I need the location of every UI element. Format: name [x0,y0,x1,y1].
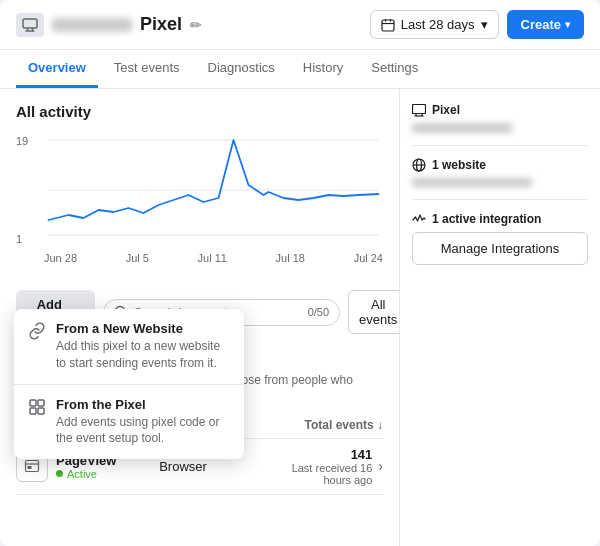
event-connection: Browser [159,459,262,474]
tabs-nav: Overview Test events Diagnostics History… [0,50,600,89]
globe-icon [412,158,426,172]
website-section: 1 website [412,158,588,187]
create-chevron: ▾ [565,19,570,30]
tab-settings[interactable]: Settings [359,50,430,88]
add-events-dropdown: From a New Website Add this pixel to a n… [14,309,244,459]
svg-rect-15 [30,408,36,414]
pixel-icon [28,398,46,420]
chart-y-labels: 19 1 [16,135,28,245]
chart-svg [44,130,383,248]
item1-title: From a New Website [56,321,230,336]
date-range-chevron: ▾ [481,17,488,32]
website-url-blurred [412,178,532,187]
date-range-label: Last 28 days [401,17,475,32]
website-row: 1 website [412,158,588,172]
create-label: Create [521,17,561,32]
x-label-0: Jun 28 [44,252,77,264]
pixel-info-section: Pixel [412,103,588,133]
header-left: Pixel ✏ [16,13,202,37]
header-right: Last 28 days ▾ Create ▾ [370,10,584,39]
activity-icon [412,212,426,226]
item2-title: From the Pixel [56,397,230,412]
svg-rect-13 [30,400,36,406]
y-max: 19 [16,135,28,147]
website-count: 1 website [432,158,486,172]
event-last-received: Last received 16 hours ago [262,462,372,486]
monitor-small-icon [412,104,426,117]
dropdown-item-new-website[interactable]: From a New Website Add this pixel to a n… [14,309,244,385]
event-chevron[interactable]: › [372,458,383,474]
x-label-3: Jul 18 [276,252,305,264]
all-events-button[interactable]: All events ▾ [348,290,400,334]
dropdown-item-from-pixel-text: From the Pixel Add events using pixel co… [56,397,230,448]
integration-count: 1 active integration [432,212,541,226]
pixel-title-row: Pixel [412,103,588,117]
date-range-button[interactable]: Last 28 days ▾ [370,10,499,39]
create-button[interactable]: Create ▾ [507,10,584,39]
svg-rect-20 [413,104,426,113]
left-panel: All activity 19 1 [0,89,400,546]
event-status-label: Active [67,468,97,480]
tab-overview[interactable]: Overview [16,50,98,88]
all-events-label: All events [359,297,397,327]
status-dot [56,470,63,477]
section-title: All activity [16,103,383,120]
x-label-2: Jul 11 [198,252,227,264]
item2-desc: Add events using pixel code or the event… [56,414,230,448]
svg-rect-17 [26,461,39,472]
event-total: 141 Last received 16 hours ago [262,447,372,486]
integration-row: 1 active integration [412,212,588,226]
chart-x-labels: Jun 28 Jul 5 Jul 11 Jul 18 Jul 24 [44,248,383,264]
divider-1 [412,145,588,146]
pixel-id-blurred [412,123,512,133]
event-total-value: 141 [262,447,372,462]
dropdown-item-from-pixel[interactable]: From the Pixel Add events using pixel co… [14,385,244,460]
dropdown-item-new-website-text: From a New Website Add this pixel to a n… [56,321,230,372]
tab-test-events[interactable]: Test events [102,50,192,88]
calendar-icon [381,18,395,32]
right-panel: Pixel 1 website [400,89,600,546]
x-label-1: Jul 5 [126,252,149,264]
y-min: 1 [16,233,28,245]
pixel-name-blurred [52,18,132,32]
link-icon [28,322,46,344]
tab-history[interactable]: History [291,50,355,88]
tab-diagnostics[interactable]: Diagnostics [196,50,287,88]
item1-desc: Add this pixel to a new website to start… [56,338,230,372]
svg-rect-0 [23,19,37,28]
header-title: Pixel [140,14,182,35]
manage-integrations-button[interactable]: Manage Integrations [412,232,588,265]
integration-section: 1 active integration Manage Integrations [412,212,588,265]
svg-rect-4 [382,20,394,31]
edit-icon[interactable]: ✏ [190,17,202,33]
header: Pixel ✏ Last 28 days ▾ Create ▾ [0,0,600,50]
chart-area: 19 1 Jun 28 Jul 5 Jul 11 [16,130,383,280]
x-label-4: Jul 24 [354,252,383,264]
event-status: Active [56,468,159,480]
right-pixel-title: Pixel [432,103,460,117]
main-content: All activity 19 1 [0,89,600,546]
search-count: 0/50 [308,306,329,318]
divider-2 [412,199,588,200]
svg-rect-19 [28,466,32,469]
monitor-icon [16,13,44,37]
svg-rect-14 [38,400,44,406]
col-total-header: Total events ↓ [283,418,383,432]
svg-rect-16 [38,408,44,414]
